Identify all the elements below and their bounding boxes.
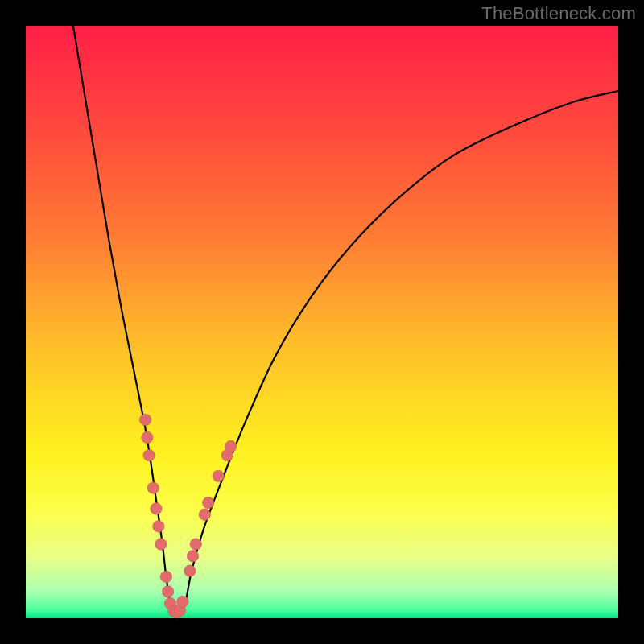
data-marker	[147, 482, 159, 493]
data-marker	[143, 449, 155, 460]
data-marker	[153, 521, 164, 532]
data-marker	[155, 539, 167, 550]
data-marker	[142, 431, 153, 443]
data-marker	[213, 470, 224, 481]
data-marker	[225, 440, 236, 452]
watermark-text: TheBottleneck.com	[481, 3, 636, 24]
data-marker	[162, 586, 173, 597]
data-marker	[190, 539, 201, 550]
gradient-bg	[26, 26, 618, 618]
data-marker	[184, 565, 196, 576]
outer-frame: TheBottleneck.com	[0, 0, 644, 644]
data-marker	[199, 509, 210, 520]
data-marker	[151, 503, 162, 514]
plot-area	[26, 26, 618, 618]
data-marker	[160, 571, 171, 582]
data-marker	[177, 596, 188, 607]
data-marker	[202, 497, 213, 508]
data-marker	[139, 414, 151, 425]
data-marker	[187, 551, 198, 562]
chart-svg	[26, 26, 618, 618]
